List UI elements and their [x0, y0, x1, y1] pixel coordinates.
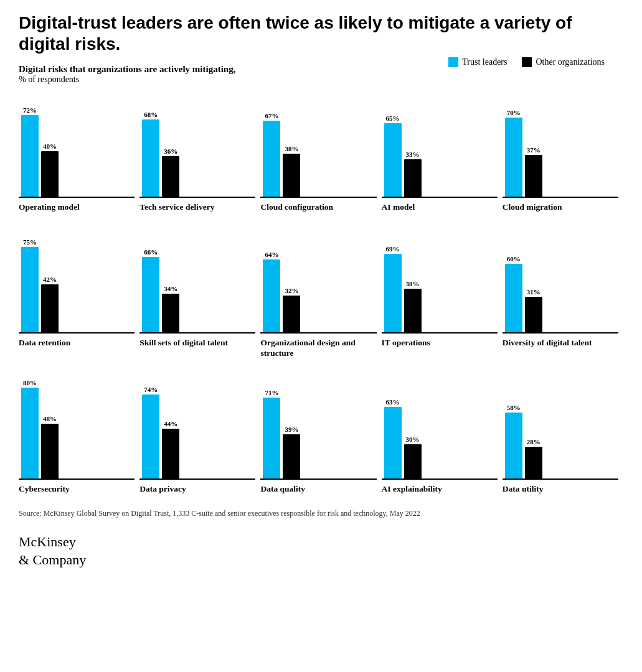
chart-row-2: 80%48%Cybersecurity74%44%Data privacy71%…	[19, 379, 623, 495]
trust-bar-wrapper: 58%	[505, 404, 522, 478]
other-bar-value: 37%	[527, 146, 541, 154]
other-bar	[404, 289, 422, 332]
chart-label-0-1: Tech service delivery	[139, 202, 214, 213]
other-bar-wrapper: 31%	[525, 288, 542, 332]
other-bar-value: 48%	[43, 415, 57, 422]
chart-separator-line	[503, 478, 618, 480]
chart-item-2-1: 74%44%Data privacy	[139, 379, 260, 495]
chart-separator-line	[260, 478, 376, 480]
chart-item-1-4: 60%31%Diversity of digital talent	[503, 233, 623, 359]
trust-bar-value: 74%	[144, 386, 158, 393]
chart-item-0-0: 72%40%Operating model	[19, 97, 139, 213]
chart-item-2-3: 63%30%AI explainability	[382, 379, 503, 495]
other-bar-wrapper: 39%	[283, 426, 300, 478]
other-bar-wrapper: 28%	[525, 438, 542, 478]
trust-bar-wrapper: 72%	[21, 106, 39, 197]
trust-bar-value: 67%	[265, 112, 278, 119]
other-bar-value: 40%	[43, 142, 57, 150]
chart-label-2-3: AI explainability	[382, 483, 442, 495]
trust-bar	[21, 247, 39, 332]
legend-trust-leaders: Trust leaders	[448, 57, 507, 67]
trust-bar-wrapper: 67%	[263, 112, 280, 197]
trust-bar-wrapper: 65%	[384, 114, 402, 197]
chart-item-2-0: 80%48%Cybersecurity	[19, 379, 139, 495]
chart-separator-line	[503, 332, 618, 334]
other-bar	[283, 154, 300, 197]
chart-separator-line	[139, 478, 255, 480]
other-bar	[283, 434, 300, 478]
trust-bar	[142, 257, 159, 332]
trust-leaders-label: Trust leaders	[462, 57, 507, 67]
trust-bar	[142, 119, 159, 197]
other-bar	[41, 151, 59, 197]
chart-label-0-2: Cloud configuration	[260, 202, 333, 213]
other-bar-wrapper: 44%	[162, 420, 179, 478]
other-bar-value: 30%	[406, 436, 420, 443]
other-bar-wrapper: 34%	[162, 285, 179, 332]
other-bar	[525, 447, 542, 478]
trust-bar-wrapper: 70%	[505, 109, 522, 197]
chart-separator-line	[139, 332, 255, 334]
trust-bar	[263, 259, 280, 332]
other-bar-value: 44%	[164, 420, 177, 427]
trust-bar-value: 65%	[386, 114, 400, 122]
subtitle-sub: % of respondents	[19, 75, 623, 85]
chart-item-0-1: 68%36%Tech service delivery	[139, 97, 260, 213]
chart-label-2-2: Data quality	[260, 483, 305, 495]
trust-bar	[263, 398, 280, 478]
trust-bar-wrapper: 64%	[263, 251, 280, 332]
chart-label-1-2: Organizational design and structure	[260, 337, 376, 359]
chart-label-1-3: IT operations	[382, 337, 430, 348]
other-bar	[404, 444, 422, 478]
other-bar-value: 39%	[285, 426, 298, 433]
other-bar-value: 38%	[406, 280, 420, 287]
trust-bar-value: 80%	[23, 379, 37, 386]
trust-bar-wrapper: 71%	[263, 389, 280, 478]
other-bar-wrapper: 36%	[162, 147, 179, 197]
other-bar-wrapper: 37%	[525, 146, 542, 197]
other-bar-value: 34%	[164, 285, 177, 292]
other-bar-wrapper: 32%	[283, 287, 300, 332]
legend: Trust leaders Other organizations	[448, 57, 605, 67]
trust-bar-value: 66%	[144, 248, 158, 256]
other-bar	[283, 296, 300, 332]
chart-item-0-3: 65%33%AI model	[382, 97, 503, 213]
other-bar-wrapper: 30%	[404, 436, 422, 478]
other-orgs-label: Other organizations	[536, 57, 605, 67]
trust-bar	[384, 407, 402, 478]
trust-bar-value: 64%	[265, 251, 278, 258]
header: Digital-trust leaders are often twice as…	[19, 12, 623, 85]
trust-bar-value: 75%	[23, 238, 37, 246]
trust-bar	[384, 123, 402, 197]
chart-item-2-4: 58%28%Data utility	[503, 379, 623, 495]
trust-bar-wrapper: 63%	[384, 398, 402, 478]
chart-separator-line	[139, 197, 255, 198]
trust-bar-value: 63%	[386, 398, 400, 406]
chart-separator-line	[382, 332, 498, 334]
chart-label-2-0: Cybersecurity	[19, 483, 70, 495]
trust-bar-value: 60%	[507, 255, 521, 263]
chart-label-0-4: Cloud migration	[503, 202, 562, 213]
trust-bar-wrapper: 74%	[142, 386, 159, 478]
chart-item-1-1: 66%34%Skill sets of digital talent	[139, 233, 260, 359]
trust-bar	[263, 121, 280, 197]
other-bar-value: 33%	[406, 151, 420, 158]
chart-item-1-0: 75%42%Data retention	[19, 233, 139, 359]
chart-label-1-4: Diversity of digital talent	[503, 337, 592, 348]
chart-row-0: 72%40%Operating model68%36%Tech service …	[19, 97, 623, 213]
chart-item-0-2: 67%38%Cloud configuration	[260, 97, 381, 213]
other-bar	[162, 429, 179, 478]
trust-bar-value: 70%	[507, 109, 521, 116]
chart-label-0-0: Operating model	[19, 202, 80, 213]
chart-separator-line	[260, 197, 376, 198]
other-bar-wrapper: 48%	[41, 415, 59, 478]
other-bar-value: 38%	[285, 145, 298, 152]
other-bar	[404, 159, 422, 197]
other-bar	[162, 156, 179, 197]
trust-bar-wrapper: 75%	[21, 238, 39, 332]
other-bar-wrapper: 42%	[41, 276, 59, 332]
trust-bar	[21, 388, 39, 478]
trust-bar-wrapper: 80%	[21, 379, 39, 478]
trust-bar	[505, 118, 522, 197]
other-bar-value: 32%	[285, 287, 298, 294]
